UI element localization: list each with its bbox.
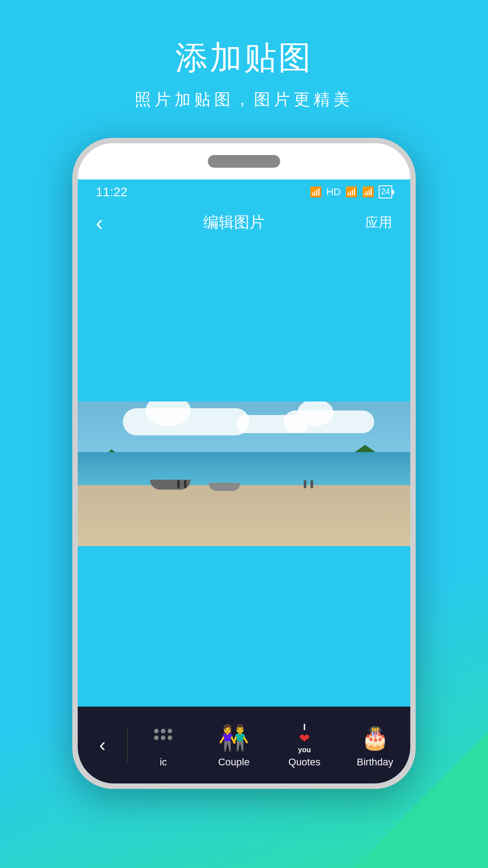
toolbar-back-button[interactable]: ‹ — [78, 734, 127, 756]
svg-point-1 — [161, 729, 165, 733]
signal-icon: 📶 — [345, 186, 357, 198]
svg-point-2 — [168, 729, 172, 733]
svg-point-4 — [161, 736, 165, 740]
svg-point-0 — [154, 729, 159, 733]
toolbar-item-ic[interactable]: ic — [128, 722, 198, 768]
birthday-label: Birthday — [357, 756, 394, 768]
birthday-icon: 🎂 — [359, 722, 391, 754]
phone-screen: 11:22 📶 HD 📶 📶 24 ‹ 编辑图片 应用 — [78, 179, 410, 783]
phone-speaker — [208, 155, 280, 168]
boat-2 — [209, 483, 240, 491]
phone-top-bar — [78, 143, 410, 179]
toolbar-item-couple[interactable]: 👫 Couple — [198, 722, 269, 768]
person-1 — [177, 480, 180, 488]
couple-icon: 👫 — [218, 722, 250, 754]
page-subtitle: 照片加贴图，图片更精美 — [135, 89, 353, 111]
ic-label: ic — [160, 756, 167, 768]
image-area — [78, 241, 410, 401]
cloud-3 — [236, 415, 308, 433]
sand — [78, 485, 410, 546]
nav-title: 编辑图片 — [203, 212, 265, 233]
cloud-2 — [123, 408, 249, 435]
quotes-label: Quotes — [288, 756, 320, 768]
person-3 — [304, 480, 306, 488]
status-time: 11:22 — [96, 185, 127, 199]
svg-point-5 — [168, 736, 172, 740]
image-area-below — [78, 546, 410, 707]
svg-point-3 — [154, 736, 159, 740]
status-bar: 11:22 📶 HD 📶 📶 24 — [78, 179, 410, 204]
nav-bar: ‹ 编辑图片 应用 — [78, 204, 410, 241]
apply-button[interactable]: 应用 — [365, 213, 392, 232]
toolbar-item-quotes[interactable]: I ❤ you Quotes — [269, 722, 340, 768]
hd-label: HD — [326, 186, 341, 198]
beach-photo — [78, 401, 410, 546]
wifi-icon: 📶 — [310, 186, 322, 198]
quotes-icon: I ❤ you — [289, 722, 320, 754]
signal-4g: 📶 — [362, 186, 374, 198]
person-4 — [310, 480, 313, 488]
ic-icon — [147, 722, 179, 754]
back-button[interactable]: ‹ — [96, 210, 103, 235]
phone-mockup: 11:22 📶 HD 📶 📶 24 ‹ 编辑图片 应用 — [72, 138, 416, 789]
couple-label: Couple — [218, 756, 250, 768]
toolbar-item-birthday[interactable]: 🎂 Birthday — [340, 722, 410, 768]
page-title: 添加贴图 — [175, 36, 313, 80]
status-icons: 📶 HD 📶 📶 24 — [310, 185, 392, 198]
battery-icon: 24 — [379, 185, 392, 198]
sea — [78, 452, 410, 488]
bottom-toolbar: ‹ ic 👫 Couple — [78, 707, 410, 783]
person-2 — [184, 480, 187, 488]
